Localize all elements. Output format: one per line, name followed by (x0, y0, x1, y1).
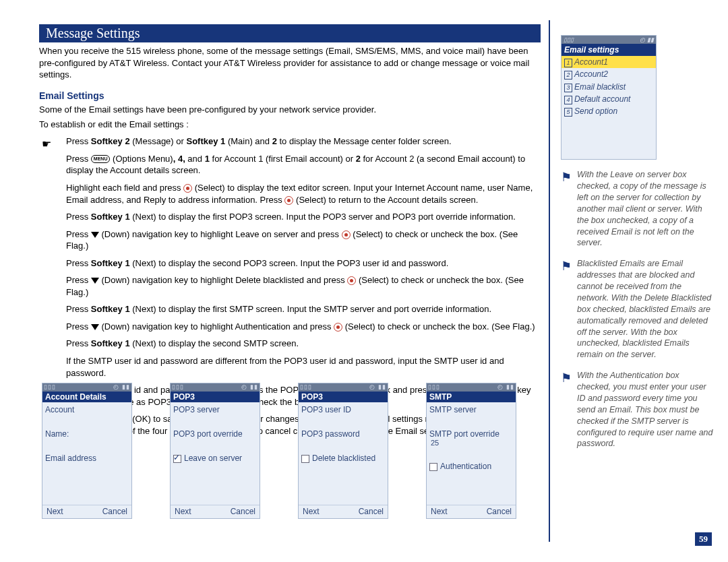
step-item: Press (Down) navigation key to highlight… (39, 321, 541, 333)
phone-screenshot: ▯▯▯◴ ▮▮Account DetailsAccountName:Email … (42, 383, 132, 519)
side-column: ▯▯▯◴ ▮▮Email settings1Account12Account23… (561, 35, 713, 459)
flag-note: ⚑With the Authentication box checked, yo… (561, 370, 713, 449)
step-item: Press Softkey 1 (Next) to display the se… (39, 257, 541, 270)
step-item: Press Softkey 1 (Next) to display the se… (39, 338, 541, 350)
flag-icon: ⚑ (561, 370, 572, 386)
down-arrow-icon (91, 324, 99, 330)
intro-text: When you receive the 515 wireless phone,… (39, 45, 541, 81)
page-number: 59 (695, 532, 712, 546)
select-icon (183, 184, 192, 193)
side-phone-screenshot: ▯▯▯◴ ▮▮Email settings1Account12Account23… (561, 35, 657, 160)
phone-screenshot: ▯▯▯◴ ▮▮POP3POP3 serverPOP3 port override… (170, 383, 260, 519)
down-arrow-icon (91, 232, 99, 238)
phone-screenshot: ▯▯▯◴ ▮▮POP3POP3 user IDPOP3 passwordDele… (298, 383, 388, 519)
step-item: Press (Down) navigation key to highlight… (39, 274, 541, 298)
step-item: If the SMTP user id and password are dif… (39, 355, 541, 379)
flag-note: ⚑Blacklisted Emails are Email addresses … (561, 258, 713, 361)
flag-icon: ⚑ (561, 258, 572, 274)
menu-icon: MENU (91, 155, 111, 163)
page-title: Message Settings (39, 24, 541, 42)
divider-line (549, 20, 550, 542)
body-line-1: Some of the Email settings have been pre… (39, 104, 541, 117)
phone-screenshot: ▯▯▯◴ ▮▮SMTPSMTP serverSMTP port override… (426, 383, 516, 519)
phone-screenshot-row: ▯▯▯◴ ▮▮Account DetailsAccountName:Email … (42, 383, 516, 519)
select-icon (347, 276, 356, 285)
body-line-2: To establish or edit the Email settings … (39, 119, 541, 131)
step-item: Press Softkey 1 (Next) to display the fi… (39, 211, 541, 223)
flag-icon: ⚑ (561, 169, 572, 185)
select-icon (284, 196, 293, 205)
section-heading: Email Settings (39, 90, 541, 101)
step-item: ☛Press Softkey 2 (Message) or Softkey 1 … (39, 135, 541, 148)
main-column: Message Settings When you receive the 51… (39, 24, 541, 442)
pointer-icon: ☛ (42, 137, 51, 152)
step-item: Press (Down) navigation key to highlight… (39, 228, 541, 252)
step-item: Press MENU (Options Menu), 4, and 1 for … (39, 153, 541, 177)
step-item: Highlight each field and press (Select) … (39, 182, 541, 206)
select-icon (342, 230, 351, 239)
down-arrow-icon (91, 278, 99, 284)
select-icon (334, 323, 342, 332)
flag-note: ⚑With the Leave on server box checked, a… (561, 169, 713, 249)
step-item: Press Softkey 1 (Next) to display the fi… (39, 303, 541, 315)
